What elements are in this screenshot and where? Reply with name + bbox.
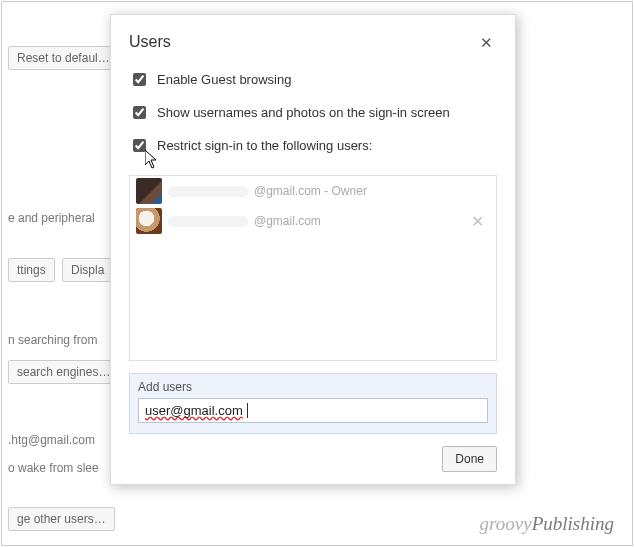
reset-defaults-button[interactable]: Reset to defaul… bbox=[8, 46, 119, 70]
bg-text-searching: n searching from bbox=[8, 333, 97, 347]
option-label: Enable Guest browsing bbox=[157, 72, 291, 87]
display-button-frag[interactable]: Displa bbox=[62, 258, 113, 282]
user-email-redacted bbox=[168, 216, 248, 227]
settings-button-frag[interactable]: ttings bbox=[8, 258, 55, 282]
add-users-input[interactable]: user@gmail.com bbox=[138, 398, 488, 423]
users-dialog: Users ✕ Enable Guest browsing Show usern… bbox=[110, 14, 516, 485]
watermark: groovyPublishing bbox=[480, 513, 614, 535]
avatar bbox=[136, 178, 162, 204]
checkbox-guest-browsing[interactable] bbox=[133, 73, 146, 86]
option-show-usernames[interactable]: Show usernames and photos on the sign-in… bbox=[129, 103, 497, 122]
dialog-title: Users bbox=[129, 33, 171, 51]
option-label: Show usernames and photos on the sign-in… bbox=[157, 105, 450, 120]
option-label: Restrict sign-in to the following users: bbox=[157, 138, 372, 153]
user-domain-suffix: @gmail.com - Owner bbox=[254, 184, 367, 198]
done-button[interactable]: Done bbox=[442, 446, 497, 472]
user-row: @gmail.com ✕ bbox=[130, 206, 496, 236]
bg-text-peripherals: e and peripheral bbox=[8, 211, 95, 225]
user-row-owner: @gmail.com - Owner bbox=[130, 176, 496, 206]
bg-text-wake: o wake from slee bbox=[8, 461, 99, 475]
checkbox-show-usernames[interactable] bbox=[133, 106, 146, 119]
remove-user-icon[interactable]: ✕ bbox=[465, 212, 490, 231]
bg-text-email: .htg@gmail.com bbox=[8, 433, 95, 447]
option-restrict-signin[interactable]: Restrict sign-in to the following users: bbox=[129, 136, 497, 155]
user-email-redacted bbox=[168, 186, 248, 197]
user-domain-suffix: @gmail.com bbox=[254, 214, 321, 228]
option-guest-browsing[interactable]: Enable Guest browsing bbox=[129, 70, 497, 89]
restricted-users-list: @gmail.com - Owner @gmail.com ✕ bbox=[129, 175, 497, 361]
checkbox-restrict-signin[interactable] bbox=[133, 139, 146, 152]
manage-search-engines-button[interactable]: search engines… bbox=[8, 360, 119, 384]
avatar bbox=[136, 208, 162, 234]
manage-other-users-button[interactable]: ge other users… bbox=[8, 507, 115, 531]
add-users-section: Add users user@gmail.com bbox=[129, 373, 497, 434]
add-users-label: Add users bbox=[138, 380, 488, 394]
close-icon[interactable]: ✕ bbox=[476, 33, 497, 52]
